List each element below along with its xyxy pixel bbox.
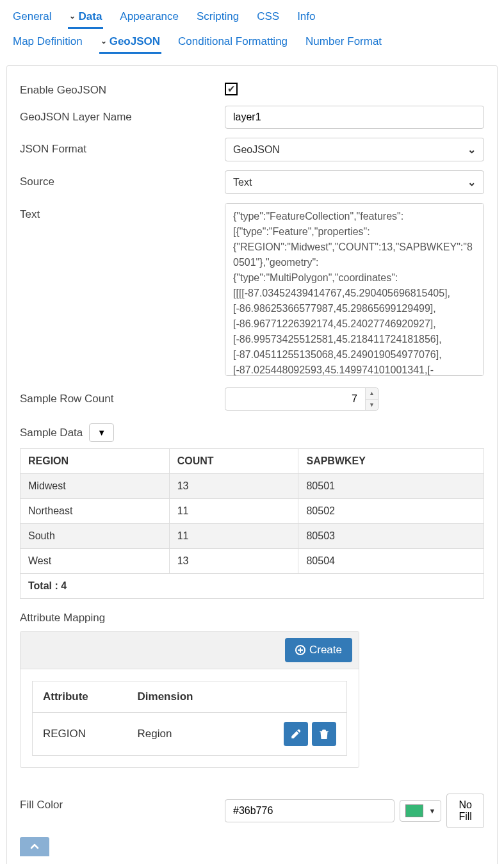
geojson-panel: Enable GeoJSON ✔ GeoJSON Layer Name JSON…	[6, 65, 498, 864]
table-cell: 11	[169, 524, 298, 549]
no-fill-button[interactable]: No Fill	[446, 794, 484, 828]
chevron-down-icon: ⌄	[69, 12, 76, 20]
create-button[interactable]: Create	[285, 638, 352, 662]
json-format-label: JSON Format	[20, 138, 225, 156]
sample-data-table: REGION COUNT SAPBWKEY Midwest1380501Nort…	[20, 448, 484, 599]
table-cell: 13	[169, 549, 298, 574]
attribute-mapping-label: Attribute Mapping	[20, 612, 105, 624]
geojson-text-input[interactable]: {"type":"FeatureCollection","features":[…	[225, 203, 484, 376]
tab-scripting[interactable]: Scripting	[195, 6, 240, 29]
col-dimension: Dimension	[127, 681, 236, 713]
tab-conditional-formatting[interactable]: Conditional Formatting	[177, 31, 289, 54]
tab-bar-primary: General ⌄Data Appearance Scripting CSS I…	[0, 0, 504, 30]
layer-name-input[interactable]	[225, 106, 484, 129]
enable-geojson-checkbox[interactable]: ✔	[225, 83, 238, 95]
tab-bar-secondary: Map Definition ⌄GeoJSON Conditional Form…	[0, 30, 504, 59]
check-icon: ✔	[227, 83, 236, 95]
tab-info[interactable]: Info	[296, 6, 316, 29]
table-cell: 80503	[298, 524, 484, 549]
spinner-up-button[interactable]: ▲	[366, 388, 378, 400]
sample-table-footer: Total : 4	[20, 574, 484, 599]
table-cell: 80501	[298, 474, 484, 499]
enable-geojson-label: Enable GeoJSON	[20, 79, 225, 97]
table-cell: Midwest	[20, 474, 170, 499]
delete-button[interactable]	[312, 722, 336, 746]
table-row: South1180503	[20, 524, 484, 549]
spinner-down-button[interactable]: ▼	[366, 400, 378, 411]
fill-color-swatch-button[interactable]: ▼	[400, 800, 441, 822]
col-count: COUNT	[169, 449, 298, 474]
col-sapbwkey: SAPBWKEY	[298, 449, 484, 474]
table-cell: 80502	[298, 499, 484, 524]
table-cell: 13	[169, 474, 298, 499]
pencil-icon	[290, 728, 302, 740]
json-format-value: GeoJSON	[233, 144, 280, 156]
tab-geojson-label: GeoJSON	[110, 35, 160, 47]
chevron-down-icon: ⌄	[467, 176, 476, 188]
tab-appearance[interactable]: Appearance	[118, 6, 180, 29]
table-cell: West	[20, 549, 170, 574]
source-select[interactable]: Text ⌄	[225, 170, 484, 194]
tab-css[interactable]: CSS	[256, 6, 280, 29]
tab-geojson[interactable]: ⌄GeoJSON	[99, 31, 161, 54]
color-swatch	[405, 804, 423, 817]
chevron-down-icon: ⌄	[101, 37, 107, 45]
attribute-mapping-panel: Create Attribute Dimension REGIONRegion	[20, 631, 359, 768]
tab-map-definition[interactable]: Map Definition	[12, 31, 84, 54]
col-attribute: Attribute	[33, 681, 127, 713]
source-label: Source	[20, 170, 225, 188]
edit-button[interactable]	[284, 722, 308, 746]
tab-general[interactable]: General	[12, 6, 53, 29]
col-region: REGION	[20, 449, 170, 474]
caret-down-icon: ▼	[97, 428, 106, 437]
tab-data-label: Data	[78, 10, 102, 22]
table-cell: South	[20, 524, 170, 549]
sample-data-dropdown-button[interactable]: ▼	[89, 423, 114, 442]
sample-row-count-label: Sample Row Count	[20, 387, 225, 405]
source-value: Text	[233, 177, 252, 188]
json-format-select[interactable]: GeoJSON ⌄	[225, 138, 484, 161]
text-label: Text	[20, 203, 225, 221]
attribute-cell: REGION	[33, 713, 127, 756]
caret-down-icon: ▼	[428, 807, 435, 815]
table-row: Northeast1180502	[20, 499, 484, 524]
chevron-up-icon	[29, 842, 40, 852]
table-row: West1380504	[20, 549, 484, 574]
sample-row-count-input[interactable]	[225, 388, 365, 410]
table-cell: 80504	[298, 549, 484, 574]
tab-number-format[interactable]: Number Format	[304, 31, 383, 54]
collapse-up-button[interactable]	[20, 837, 49, 856]
create-button-label: Create	[309, 644, 342, 656]
table-cell: Northeast	[20, 499, 170, 524]
sample-data-label: Sample Data	[20, 427, 83, 439]
attribute-mapping-table: Attribute Dimension REGIONRegion	[32, 681, 347, 756]
layer-name-label: GeoJSON Layer Name	[20, 106, 225, 124]
row-actions	[236, 713, 347, 756]
table-row: REGIONRegion	[33, 713, 347, 756]
fill-color-label: Fill Color	[20, 794, 225, 811]
fill-color-input[interactable]	[225, 799, 394, 822]
table-row: Midwest1380501	[20, 474, 484, 499]
chevron-down-icon: ⌄	[467, 143, 476, 156]
trash-icon	[318, 728, 330, 740]
table-cell: 11	[169, 499, 298, 524]
plus-circle-icon	[295, 645, 305, 655]
dimension-cell: Region	[127, 713, 236, 756]
tab-data[interactable]: ⌄Data	[68, 6, 103, 29]
